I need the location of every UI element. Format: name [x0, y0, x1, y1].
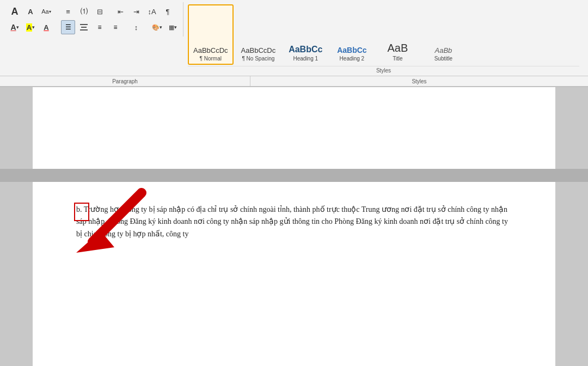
- multilevel-btn[interactable]: ⊟: [93, 4, 107, 19]
- decrease-indent-btn[interactable]: ⇤: [113, 4, 127, 19]
- style-nospace-preview: AaBbCcDc: [241, 46, 276, 54]
- style-subtitle-preview: AaBb: [434, 46, 452, 54]
- style-nospace[interactable]: AaBbCcDc ¶ No Spacing: [236, 4, 281, 65]
- font-color2-btn[interactable]: A: [39, 20, 53, 34]
- highlight-btn[interactable]: A▾: [23, 20, 38, 34]
- style-title-preview: AaB: [387, 42, 408, 54]
- style-h2-preview: AaBbCc: [337, 46, 366, 54]
- font-row1: A A Aa▾ ≡ ⑴ ⊟ ⇤ ⇥ ↕A ¶: [8, 4, 180, 19]
- align-left-btn[interactable]: ☰: [61, 20, 75, 34]
- shading-btn[interactable]: 🎨▾: [150, 20, 164, 34]
- style-h1[interactable]: AaBbCc Heading 1: [283, 4, 328, 65]
- style-normal-preview: AaBbCcDc: [193, 46, 228, 54]
- page-content[interactable]: b. Trường hợp công ty bị sáp nhập có địa…: [33, 182, 555, 366]
- style-title[interactable]: AaB Title: [376, 4, 419, 65]
- font-shrink-btn[interactable]: A: [23, 4, 38, 19]
- border-btn[interactable]: ▦▾: [166, 20, 180, 34]
- style-h1-preview: AaBbCc: [289, 45, 322, 54]
- font-grow-btn[interactable]: A: [8, 4, 22, 19]
- style-normal[interactable]: AaBbCcDc ¶ Normal: [188, 4, 234, 65]
- page-top: [33, 87, 555, 169]
- line-spacing-btn[interactable]: ↕: [129, 20, 143, 34]
- style-subtitle[interactable]: AaBb Subtitle: [421, 4, 465, 65]
- ribbon: A A Aa▾ ≡ ⑴ ⊟ ⇤ ⇥ ↕A ¶ A▾ A▾ A ☰: [0, 0, 588, 76]
- styles-row: AaBbCcDc ¶ Normal AaBbCcDc ¶ No Spacing …: [188, 4, 579, 65]
- aa-btn[interactable]: Aa▾: [39, 4, 53, 19]
- align-center-btn[interactable]: [77, 20, 91, 34]
- numbering-btn[interactable]: ⑴: [77, 4, 91, 19]
- increase-indent-btn[interactable]: ⇥: [129, 4, 143, 19]
- paragraph-label: Paragraph: [0, 76, 250, 86]
- sort-btn[interactable]: ↕A: [145, 4, 159, 19]
- styles-label: Styles: [250, 76, 588, 86]
- document-paragraph[interactable]: b. Trường hợp công ty bị sáp nhập có địa…: [76, 204, 512, 240]
- red-highlight-box: [74, 203, 89, 221]
- ribbon-label-bar: Paragraph Styles: [0, 76, 588, 87]
- align-right-btn[interactable]: ≡: [93, 20, 107, 34]
- font-section: A A Aa▾ ≡ ⑴ ⊟ ⇤ ⇥ ↕A ¶ A▾ A▾ A ☰: [4, 2, 183, 36]
- bullets-btn[interactable]: ≡: [61, 4, 75, 19]
- style-h2[interactable]: AaBbCc Heading 2: [330, 4, 373, 65]
- styles-section-label: Styles: [188, 66, 579, 74]
- font-color-btn[interactable]: A▾: [8, 20, 22, 34]
- paragraph-mark-btn[interactable]: ¶: [161, 4, 175, 19]
- font-row2: A▾ A▾ A ☰ ≡ ≡ ↕ 🎨▾ ▦▾: [8, 20, 180, 34]
- page-break-gutter: [0, 169, 588, 182]
- styles-section: AaBbCcDc ¶ Normal AaBbCcDc ¶ No Spacing …: [183, 2, 584, 76]
- align-justify-btn[interactable]: ≡: [108, 20, 122, 34]
- document-area: b. Trường hợp công ty bị sáp nhập có địa…: [0, 87, 588, 366]
